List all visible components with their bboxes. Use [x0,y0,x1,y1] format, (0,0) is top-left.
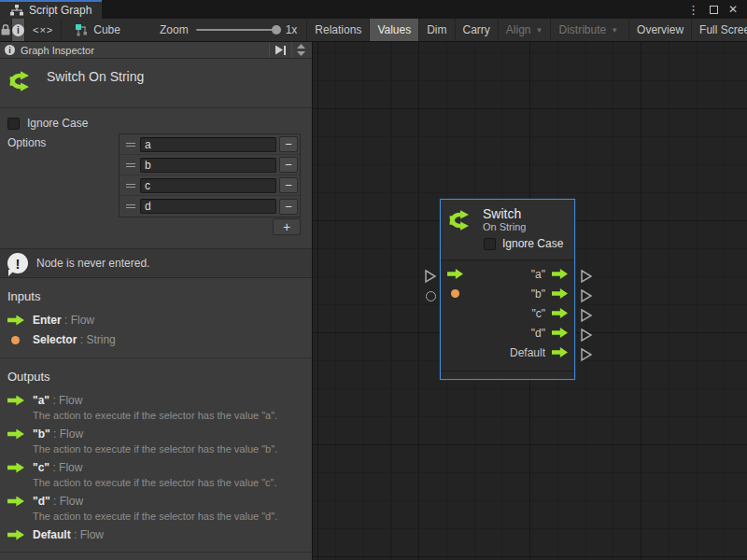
output-port-icon[interactable] [552,308,568,318]
relations-button[interactable]: Relations [306,19,369,41]
outputs-header: Outputs [0,358,312,390]
remove-option-button[interactable]: − [279,136,298,152]
drag-handle-icon[interactable] [121,204,140,208]
node-ignore-case-label: Ignore Case [502,237,563,250]
dim-button[interactable]: Dim [418,19,454,41]
flow-arrow-icon [7,463,24,473]
output-port-icon[interactable] [552,288,568,299]
remove-option-button[interactable]: − [279,157,298,173]
inspector-empty-space [0,552,312,560]
panel-scrubber[interactable] [291,42,310,58]
dock-panel-button[interactable] [269,42,291,58]
distribute-dropdown[interactable]: Distribute ▼ [550,19,626,41]
option-input[interactable] [140,199,276,214]
chevron-down-icon: ▼ [536,26,543,35]
window-menu-icon[interactable]: ⋮ [687,3,699,17]
output-port-row: "a" : Flow [0,390,312,410]
code-preview-button[interactable]: <×> [25,19,62,41]
lock-button[interactable] [0,19,12,41]
values-button[interactable]: Values [369,19,418,41]
flow-arrow-icon [7,315,24,326]
output-port-icon[interactable] [552,347,568,357]
node-ignore-case-checkbox[interactable] [484,238,496,250]
ignore-case-label: Ignore Case [27,117,88,130]
ignore-case-checkbox[interactable] [7,118,20,130]
carry-button[interactable]: Carry [455,19,498,41]
option-input[interactable] [140,178,276,193]
input-port-row: Enter : Flow [0,310,312,329]
overview-button[interactable]: Overview [628,19,691,41]
selector-port-icon[interactable] [451,289,459,298]
close-icon[interactable]: ✕ [728,3,738,16]
output-port-triangle[interactable] [580,328,593,343]
dock-icon [275,46,283,55]
add-option-button[interactable]: + [273,218,301,235]
tab-label: Script Graph [29,4,92,17]
input-port-row: Selector : String [0,329,312,349]
inspector-toggle-button[interactable]: i [12,19,25,41]
zoom-slider[interactable] [196,29,278,31]
full-screen-button[interactable]: Full Screen [691,19,747,41]
info-icon: i [12,24,24,36]
output-port-triangle[interactable] [580,288,593,303]
output-port-icon[interactable] [552,269,568,279]
switch-icon [7,67,35,95]
tab-script-graph[interactable]: Script Graph [0,0,102,19]
enter-port-icon[interactable] [447,269,463,279]
maximize-icon[interactable] [710,6,718,14]
zoom-value: 1x [286,23,298,36]
main-area: i Graph Inspector [0,42,747,560]
output-port-triangle[interactable] [580,347,593,362]
node-header[interactable]: Switch On String Ignore Case [441,200,574,260]
output-port-row: "c" : Flow [0,457,312,477]
graph-inspector-panel: i Graph Inspector [0,42,313,560]
output-port-row: "d" : Flow [0,491,312,511]
outputs-section: Outputs "a" : Flow The action to execute… [0,358,312,544]
port-description: The action to execute if the selector ha… [0,477,312,491]
switch-icon [447,206,475,234]
flow-arrow-icon [7,396,24,406]
graph-name-label: Cube [93,23,120,36]
node-body: "a" "b" "c" [441,260,574,362]
graph-breadcrumb[interactable]: Cube [62,19,130,41]
zoom-label: Zoom [160,23,189,36]
node-subtitle: On String [483,221,526,233]
warning-text: Node is never entered. [36,257,149,270]
output-port-triangle[interactable] [580,308,593,323]
info-icon: i [5,45,15,55]
zoom-slider-knob[interactable] [272,25,281,35]
remove-option-button[interactable]: − [279,177,298,193]
hierarchy-icon [10,5,23,16]
output-port-icon[interactable] [552,328,568,338]
tab-bar: Script Graph ⋮ ✕ [0,0,747,19]
node-output-label: "a" [531,268,545,281]
drag-handle-icon[interactable] [121,143,140,147]
port-description: The action to execute if the selector ha… [0,443,312,457]
graph-toolbar: i <×> Cube Zoom 1x Relations Values Dim [0,19,747,42]
align-dropdown[interactable]: Align ▼ [498,19,551,41]
selector-port-circle[interactable] [426,291,436,301]
unit-title: Switch On String [47,69,144,84]
option-row: − [120,155,300,175]
output-port-row: "b" : Flow [0,424,312,443]
drag-handle-icon[interactable] [121,163,140,167]
remove-option-button[interactable]: − [279,199,298,215]
option-row: − [120,175,300,196]
port-description: The action to execute if the selector ha… [0,511,312,525]
warning-icon: ! [7,253,28,273]
output-port-triangle[interactable] [580,269,593,284]
option-input[interactable] [140,137,276,152]
unit-title-block: Switch On String [0,59,312,108]
chevron-down-icon: ▼ [611,26,618,35]
switch-on-string-node[interactable]: Switch On String Ignore Case "a" [440,199,575,380]
option-input[interactable] [140,158,276,173]
tabbar-spacer [102,0,687,19]
enter-port-triangle[interactable] [424,269,437,284]
drag-handle-icon[interactable] [121,184,140,188]
output-port-row: Default : Flow [0,525,312,544]
graph-canvas[interactable]: Switch On String Ignore Case "a" [313,42,747,560]
node-output-label: "d" [531,327,545,340]
code-icon: <×> [33,24,53,35]
triangle-up-icon [297,44,305,49]
value-port-icon [11,336,20,344]
